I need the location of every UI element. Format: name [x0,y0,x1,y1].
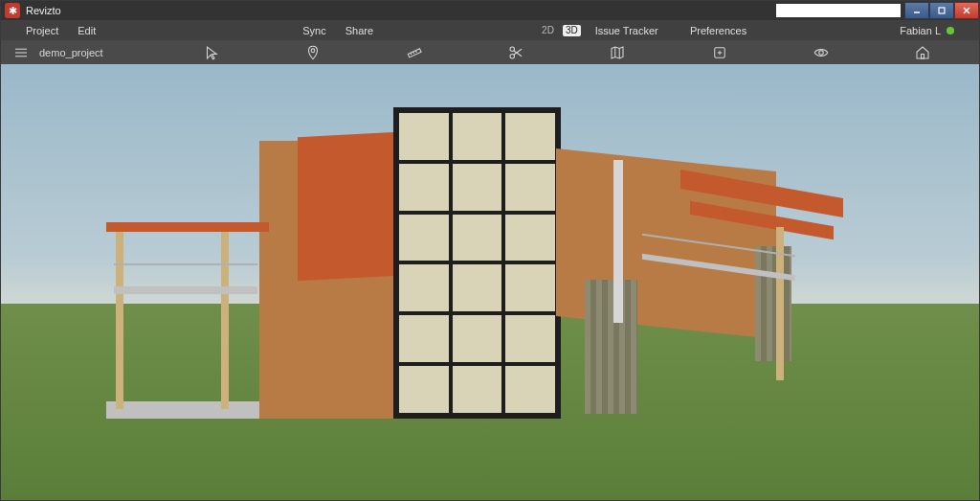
ruler-icon[interactable] [400,41,429,64]
svg-line-9 [411,53,412,55]
view-2d-button[interactable]: 2D [539,25,557,36]
maximize-button[interactable] [929,2,954,19]
building-model [106,74,834,419]
svg-rect-1 [939,8,945,13]
menu-edit[interactable]: Edit [78,25,96,36]
status-indicator-icon [947,27,954,34]
hamburger-icon[interactable] [7,41,35,64]
search-input[interactable] [776,4,901,17]
svg-point-21 [818,50,823,55]
map-icon[interactable] [603,41,632,64]
menu-preferences[interactable]: Preferences [690,25,746,36]
toolbar: demo_project [1,40,979,64]
app-title: Revizto [26,5,61,16]
view-3d-button[interactable]: 3D [563,25,581,36]
menu-share[interactable]: Share [345,25,373,36]
svg-rect-8 [408,48,421,57]
visibility-icon[interactable] [807,41,835,64]
app-logo-icon: ✱ [5,3,20,18]
svg-point-7 [311,48,315,52]
minimize-button[interactable] [904,2,929,19]
svg-rect-22 [921,54,924,58]
menu-project[interactable]: Project [26,25,58,36]
window-controls [904,2,979,19]
menubar: Project Edit Sync Share 2D 3D Issue Trac… [1,20,979,40]
app-window: ✱ Revizto Project Edit Sync Share 2D 3D … [0,0,980,501]
location-pin-icon[interactable] [299,41,327,64]
project-name: demo_project [39,47,103,58]
add-issue-icon[interactable] [705,41,734,64]
section-cut-icon[interactable] [501,41,530,64]
user-name[interactable]: Fabian L [900,25,941,36]
svg-line-11 [415,50,416,52]
3d-viewport[interactable] [1,64,979,500]
menu-sync[interactable]: Sync [302,25,325,36]
svg-line-10 [413,51,414,53]
close-button[interactable] [954,2,979,19]
menu-issue-tracker[interactable]: Issue Tracker [595,25,658,36]
cursor-icon[interactable] [197,41,226,64]
titlebar: ✱ Revizto [1,1,979,20]
home-icon[interactable] [908,41,937,64]
